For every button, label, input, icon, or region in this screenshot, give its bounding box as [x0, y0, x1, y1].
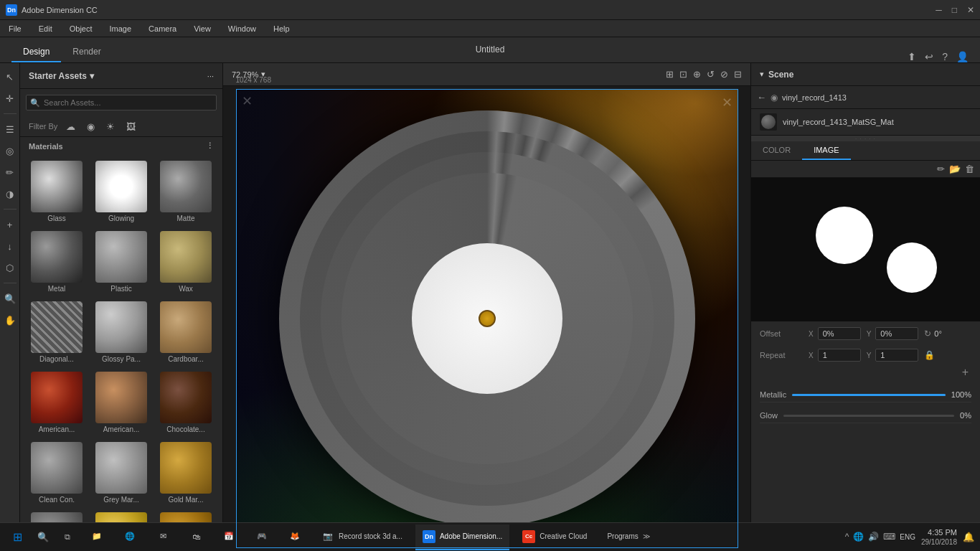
rotation-reset-icon[interactable]: ↻ — [924, 329, 931, 339]
tool-scene[interactable]: ☰ — [2, 121, 18, 137]
taskbar-app-explorer[interactable]: 📁 — [83, 524, 110, 550]
material-wax[interactable]: Wax — [155, 228, 217, 296]
canvas-tool-orbit[interactable]: ↺ — [707, 69, 715, 80]
menu-view[interactable]: View — [191, 23, 214, 34]
share-button[interactable]: ⬆ — [908, 51, 916, 62]
repeat-x-input[interactable] — [818, 349, 861, 362]
help-button[interactable]: ? — [942, 51, 948, 62]
glow-slider[interactable] — [783, 415, 954, 417]
material-chocolate-label: Chocolate... — [166, 425, 204, 433]
material-gold-marble[interactable]: Gold Mar... — [155, 439, 217, 507]
search-icon: 🔍 — [30, 98, 40, 108]
tool-render[interactable]: ◎ — [2, 143, 18, 159]
scene-material-item[interactable]: vinyl_record_1413_MatSG_Mat — [751, 109, 980, 136]
mat-edit-button[interactable]: ✏ — [937, 164, 945, 174]
close-button[interactable]: ✕ — [967, 5, 974, 15]
panel-drag-handle[interactable]: · · · · · — [751, 136, 980, 141]
mat-folder-button[interactable]: 📂 — [949, 164, 961, 174]
tool-add[interactable]: + — [2, 217, 18, 232]
tray-expand-icon[interactable]: ^ — [845, 532, 849, 542]
material-matte[interactable]: Matte — [155, 158, 217, 225]
taskbar-app-creative-cloud[interactable]: Cc Creative Cloud — [515, 524, 594, 550]
menu-image[interactable]: Image — [107, 23, 135, 34]
taskbar-app-firefox[interactable]: 🦊 — [281, 524, 308, 550]
task-view-button[interactable]: ⧉ — [57, 526, 77, 549]
taskbar-app-calendar[interactable]: 📅 — [215, 524, 242, 550]
tool-transform[interactable]: ✛ — [2, 90, 18, 106]
mat-delete-button[interactable]: 🗑 — [965, 164, 974, 174]
material-american1[interactable]: American... — [26, 369, 88, 436]
offset-x-input[interactable] — [818, 327, 861, 340]
search-button[interactable]: 🔍 — [34, 526, 52, 549]
material-metal[interactable]: Metal — [26, 228, 88, 296]
taskbar-app-record[interactable]: 📷 Record stock 3d a... — [314, 524, 410, 550]
taskbar-app-epic[interactable]: 🎮 — [248, 524, 275, 550]
filter-material-btn[interactable]: ☀ — [103, 119, 118, 133]
network-icon[interactable]: 🌐 — [853, 532, 864, 542]
window-controls[interactable]: ─ □ ✕ — [936, 5, 974, 15]
collapse-icon[interactable]: ▾ — [760, 70, 764, 79]
tool-down[interactable]: ↓ — [2, 238, 18, 254]
taskbar-app-mail[interactable]: ✉ — [149, 524, 176, 550]
material-chocolate[interactable]: Chocolate... — [155, 369, 217, 436]
collab-button[interactable]: 👤 — [956, 51, 969, 62]
metallic-slider[interactable] — [792, 394, 946, 396]
assets-chevron-icon[interactable]: ▾ — [90, 71, 94, 81]
taskbar-app-dimension[interactable]: Dn Adobe Dimension... — [415, 524, 509, 550]
menu-file[interactable]: File — [6, 23, 24, 34]
search-input[interactable] — [26, 95, 217, 110]
notification-icon[interactable]: 🔔 — [963, 532, 974, 542]
tab-image[interactable]: IMAGE — [802, 141, 850, 160]
add-repeat-button[interactable]: + — [962, 366, 969, 378]
tool-paint[interactable]: ✏ — [2, 164, 18, 180]
canvas-tool-move[interactable]: ⊕ — [693, 69, 701, 80]
maximize-button[interactable]: □ — [952, 5, 957, 15]
material-american2[interactable]: American... — [90, 369, 152, 436]
tool-group[interactable]: ⬡ — [2, 260, 18, 276]
tab-design[interactable]: Design — [11, 42, 61, 62]
canvas-tool-grid[interactable]: ⊞ — [666, 69, 674, 80]
material-glowing[interactable]: Glowing — [90, 158, 152, 225]
menu-object[interactable]: Object — [67, 23, 95, 34]
repeat-y-input[interactable] — [875, 349, 918, 362]
tab-render[interactable]: Render — [61, 42, 112, 62]
material-editor: · · · · · COLOR IMAGE ✏ 📂 🗑 — [751, 136, 980, 551]
taskbar-app-edge[interactable]: 🌐 — [116, 524, 143, 550]
material-clean[interactable]: Clean Con. — [26, 439, 88, 507]
undo-button[interactable]: ↩ — [925, 51, 933, 62]
material-diagonal[interactable]: Diagonal... — [26, 298, 88, 366]
assets-more-icon[interactable]: ··· — [207, 72, 214, 80]
assets-search[interactable]: 🔍 — [26, 95, 217, 110]
canvas-tool-render-preview[interactable]: ⊟ — [734, 69, 742, 80]
tool-search[interactable]: 🔍 — [2, 291, 18, 306]
clock[interactable]: 4:35 PM 29/10/2018 — [921, 527, 957, 547]
material-properties: Offset X Y ↻ 0° — [751, 321, 980, 551]
menu-camera[interactable]: Camera — [146, 23, 179, 34]
material-glossy[interactable]: Glossy Pa... — [90, 298, 152, 366]
menu-window[interactable]: Window — [225, 23, 259, 34]
material-plastic[interactable]: Plastic — [90, 228, 152, 296]
keyboard-icon[interactable]: ⌨ — [883, 532, 895, 542]
tool-material[interactable]: ◑ — [2, 186, 18, 202]
tool-select[interactable]: ↖ — [2, 69, 18, 85]
volume-icon[interactable]: 🔊 — [868, 532, 879, 542]
canvas-tool-camera[interactable]: ⊘ — [720, 69, 728, 80]
menu-help[interactable]: Help — [270, 23, 293, 34]
menu-edit[interactable]: Edit — [36, 23, 55, 34]
canvas-tool-select[interactable]: ⊡ — [679, 69, 687, 80]
material-glass[interactable]: Glass — [26, 158, 88, 225]
tool-hand[interactable]: ✋ — [2, 312, 18, 328]
taskbar-app-store[interactable]: 🛍 — [182, 524, 209, 550]
filter-image-btn[interactable]: 🖼 — [123, 119, 138, 133]
tab-color[interactable]: COLOR — [751, 141, 802, 160]
scene-back-btn[interactable]: ← — [757, 92, 766, 103]
filter-light-btn[interactable]: ◉ — [83, 119, 98, 133]
minimize-button[interactable]: ─ — [936, 5, 942, 15]
material-grey-marble[interactable]: Grey Mar... — [90, 439, 152, 507]
material-cardboard[interactable]: Cardboar... — [155, 298, 217, 366]
offset-y-input[interactable] — [875, 327, 918, 340]
filter-environment-btn[interactable]: ☁ — [63, 119, 77, 133]
start-button[interactable]: ⊞ — [6, 526, 29, 549]
toolbar-divider-1 — [4, 113, 17, 114]
taskbar-app-programs[interactable]: Programs ≫ — [600, 524, 656, 550]
